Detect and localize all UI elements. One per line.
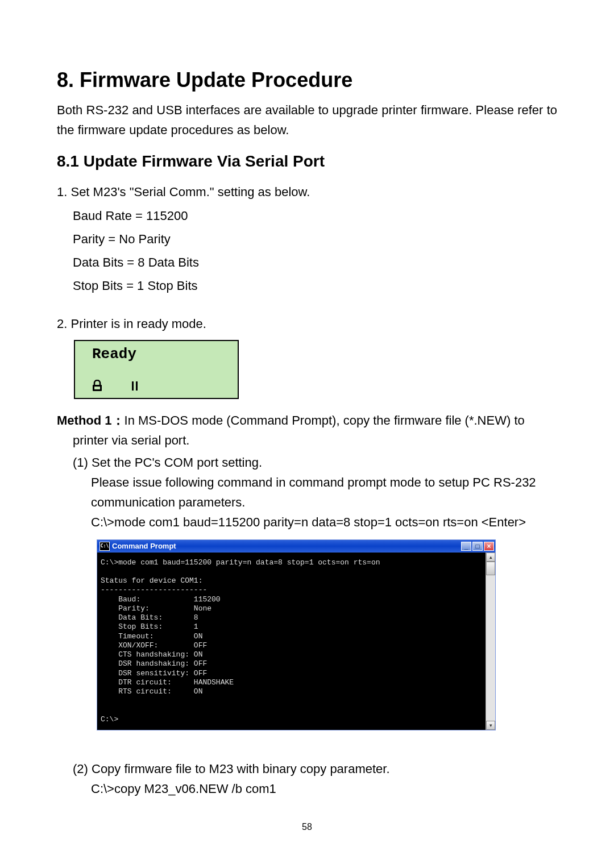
window-buttons: _ □ × xyxy=(461,542,495,551)
window-titlebar: C:\ Command Prompt _ □ × xyxy=(97,540,495,553)
method1-sub2-cmd: C:\>copy M23_v06.NEW /b com1 xyxy=(91,779,557,799)
minimize-button[interactable]: _ xyxy=(461,542,471,551)
document-page: 8. Firmware Update Procedure Both RS-232… xyxy=(0,0,614,855)
scroll-down-button[interactable]: ▾ xyxy=(486,721,495,730)
lock-icon xyxy=(91,380,103,392)
ready-label: Ready xyxy=(92,346,238,363)
window-title: Command Prompt xyxy=(112,542,176,550)
method1-sub2-title: (2) Copy firmware file to M23 with binar… xyxy=(73,759,557,779)
step1-stopbits: Stop Bits = 1 Stop Bits xyxy=(73,276,557,296)
cmd-app-icon: C:\ xyxy=(99,542,110,551)
method1-line1: Method 1：In MS-DOS mode (Command Prompt)… xyxy=(57,410,557,430)
step1-databits: Data Bits = 8 Data Bits xyxy=(73,252,557,272)
svg-rect-1 xyxy=(94,387,100,389)
pause-icon xyxy=(132,381,138,391)
page-number: 58 xyxy=(57,822,557,832)
method1-label: Method 1： xyxy=(57,413,125,427)
cmd-output: C:\>mode com1 baud=115200 parity=n data=… xyxy=(97,553,486,730)
method1-sub1-desc: Please issue following command in comman… xyxy=(91,472,557,512)
titlebar-left: C:\ Command Prompt xyxy=(99,542,176,551)
cmd-body-row: C:\>mode com1 baud=115200 parity=n data=… xyxy=(97,553,495,730)
page-heading: 8. Firmware Update Procedure xyxy=(57,68,557,92)
step2-line: 2. Printer is in ready mode. xyxy=(57,314,557,334)
maximize-button[interactable]: □ xyxy=(472,542,483,551)
method1-sub1-title: (1) Set the PC's COM port setting. xyxy=(73,452,557,472)
step1-parity: Parity = No Parity xyxy=(73,229,557,249)
scroll-track[interactable] xyxy=(486,562,495,721)
close-button[interactable]: × xyxy=(484,542,494,551)
command-prompt-window: C:\ Command Prompt _ □ × C:\>mode com1 b… xyxy=(97,539,496,731)
scroll-up-button[interactable]: ▴ xyxy=(486,553,495,562)
step1-baud: Baud Rate = 115200 xyxy=(73,206,557,226)
step1-line: 1. Set M23's "Serial Comm." setting as b… xyxy=(57,182,557,202)
method1-sub1-cmd: C:\>mode com1 baud=115200 parity=n data=… xyxy=(91,512,557,532)
scroll-thumb[interactable] xyxy=(486,562,495,575)
lcd-icon-row xyxy=(91,380,138,392)
section-heading: 8.1 Update Firmware Via Serial Port xyxy=(57,152,557,171)
scrollbar[interactable]: ▴ ▾ xyxy=(486,553,495,730)
intro-paragraph: Both RS-232 and USB interfaces are avail… xyxy=(57,100,557,140)
method1-line2: printer via serial port. xyxy=(73,430,557,450)
method1-text-a: In MS-DOS mode (Command Prompt), copy th… xyxy=(125,413,525,427)
printer-lcd-screen: Ready xyxy=(74,340,239,399)
